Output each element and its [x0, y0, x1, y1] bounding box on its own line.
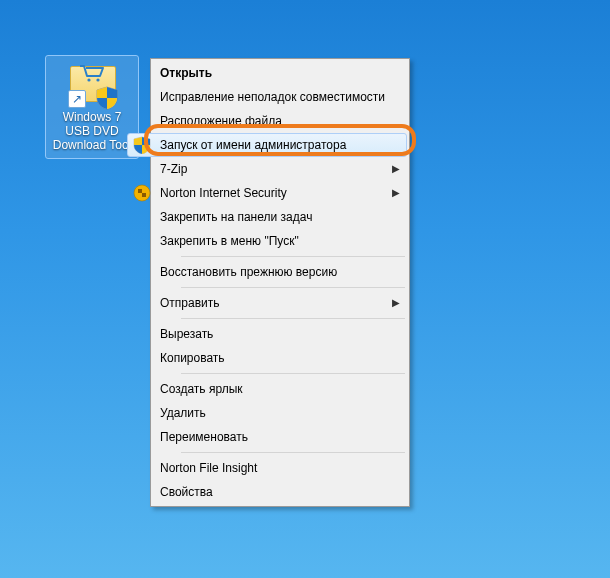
menu-restore-previous[interactable]: Восстановить прежнюю версию: [127, 260, 407, 284]
norton-icon: [133, 184, 151, 202]
submenu-arrow-icon: ▶: [392, 158, 400, 180]
menu-file-location-label: Расположение файла: [160, 114, 282, 128]
menu-troubleshoot-label: Исправление неполадок совместимости: [160, 90, 385, 104]
uac-shield-icon: [96, 86, 118, 110]
menu-create-shortcut-label: Создать ярлык: [160, 382, 243, 396]
menu-separator: [155, 256, 405, 257]
menu-separator: [155, 373, 405, 374]
menu-run-as-admin-label: Запуск от имени администратора: [160, 138, 346, 152]
menu-pin-taskbar-label: Закрепить на панели задач: [160, 210, 312, 224]
context-menu: Открыть Исправление неполадок совместимо…: [150, 58, 410, 507]
menu-open[interactable]: Открыть: [127, 61, 407, 85]
menu-norton-insight[interactable]: Norton File Insight: [127, 456, 407, 480]
menu-restore-previous-label: Восстановить прежнюю версию: [160, 265, 337, 279]
desktop-shortcut[interactable]: Windows 7 USB DVD Download Tool: [46, 56, 138, 158]
menu-7zip[interactable]: 7-Zip ▶: [127, 157, 407, 181]
menu-pin-start-label: Закрепить в меню "Пуск": [160, 234, 299, 248]
svg-point-1: [96, 78, 99, 81]
shortcut-icon: [68, 60, 116, 108]
menu-norton-is-label: Norton Internet Security: [160, 186, 287, 200]
menu-send-to[interactable]: Отправить ▶: [127, 291, 407, 315]
shortcut-label: Windows 7 USB DVD Download Tool: [48, 110, 136, 152]
menu-pin-start[interactable]: Закрепить в меню "Пуск": [127, 229, 407, 253]
menu-rename[interactable]: Переименовать: [127, 425, 407, 449]
menu-pin-taskbar[interactable]: Закрепить на панели задач: [127, 205, 407, 229]
menu-cut-label: Вырезать: [160, 327, 213, 341]
menu-properties-label: Свойства: [160, 485, 213, 499]
menu-separator: [155, 452, 405, 453]
menu-cut[interactable]: Вырезать: [127, 322, 407, 346]
menu-7zip-label: 7-Zip: [160, 162, 187, 176]
submenu-arrow-icon: ▶: [392, 292, 400, 314]
menu-delete[interactable]: Удалить: [127, 401, 407, 425]
menu-copy-label: Копировать: [160, 351, 225, 365]
menu-norton-insight-label: Norton File Insight: [160, 461, 257, 475]
submenu-arrow-icon: ▶: [392, 182, 400, 204]
uac-shield-icon: [133, 136, 151, 154]
menu-open-label: Открыть: [160, 66, 212, 80]
svg-point-2: [134, 185, 150, 201]
menu-send-to-label: Отправить: [160, 296, 220, 310]
desktop[interactable]: Windows 7 USB DVD Download Tool Открыть …: [0, 0, 610, 578]
menu-file-location[interactable]: Расположение файла: [127, 109, 407, 133]
menu-create-shortcut[interactable]: Создать ярлык: [127, 377, 407, 401]
menu-troubleshoot-compat[interactable]: Исправление неполадок совместимости: [127, 85, 407, 109]
menu-norton-is[interactable]: Norton Internet Security ▶: [127, 181, 407, 205]
menu-properties[interactable]: Свойства: [127, 480, 407, 504]
menu-separator: [155, 318, 405, 319]
menu-rename-label: Переименовать: [160, 430, 248, 444]
menu-separator: [155, 287, 405, 288]
svg-point-0: [87, 78, 90, 81]
menu-run-as-admin[interactable]: Запуск от имени администратора: [127, 133, 407, 157]
menu-copy[interactable]: Копировать: [127, 346, 407, 370]
menu-delete-label: Удалить: [160, 406, 206, 420]
shortcut-arrow-icon: [68, 90, 86, 108]
